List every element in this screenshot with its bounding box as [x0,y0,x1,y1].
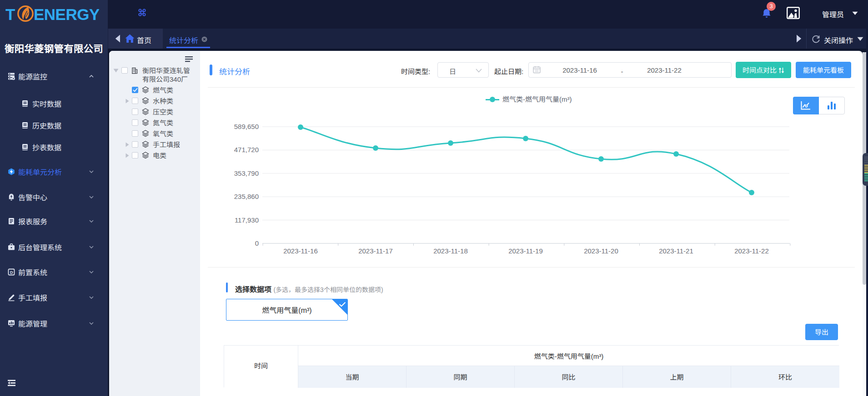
svg-text:2023-11-18: 2023-11-18 [433,247,468,255]
svg-text:2023-11-17: 2023-11-17 [358,247,393,255]
svg-text:D: D [10,270,13,275]
svg-text:2023-11-20: 2023-11-20 [584,247,618,255]
svg-text:0: 0 [255,239,259,247]
svg-text:ENERGY: ENERGY [34,5,99,23]
svg-text:589,650: 589,650 [234,123,259,130]
svg-text:T: T [5,5,15,23]
svg-text:471,720: 471,720 [234,146,259,153]
svg-text:117,930: 117,930 [235,216,259,224]
svg-text:353,790: 353,790 [234,169,259,177]
svg-text:2023-11-21: 2023-11-21 [659,247,693,255]
svg-text:2023-11-19: 2023-11-19 [508,247,543,255]
svg-text:235,860: 235,860 [234,193,259,200]
svg-text:2023-11-22: 2023-11-22 [734,247,769,255]
svg-text:2023-11-16: 2023-11-16 [283,247,318,255]
